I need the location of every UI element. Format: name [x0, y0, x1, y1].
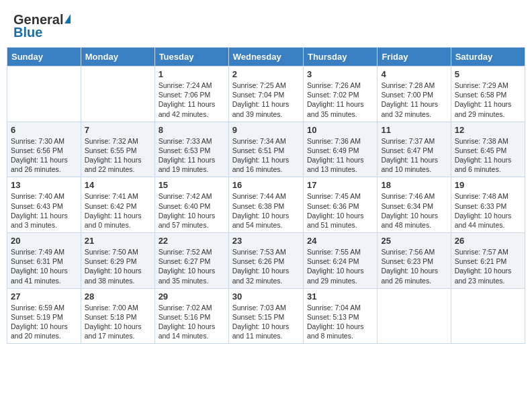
calendar-cell: [378, 288, 451, 344]
calendar-cell: 22Sunrise: 7:52 AMSunset: 6:27 PMDayligh…: [154, 233, 228, 289]
calendar-cell: 21Sunrise: 7:50 AMSunset: 6:29 PMDayligh…: [81, 233, 154, 289]
calendar-cell: 20Sunrise: 7:49 AMSunset: 6:31 PMDayligh…: [7, 233, 81, 289]
calendar-cell: 6Sunrise: 7:30 AMSunset: 6:56 PMDaylight…: [7, 122, 81, 177]
calendar-cell: 18Sunrise: 7:46 AMSunset: 6:34 PMDayligh…: [378, 177, 451, 233]
day-number: 19: [455, 180, 521, 190]
calendar-cell: 15Sunrise: 7:42 AMSunset: 6:40 PMDayligh…: [154, 177, 228, 233]
day-number: 25: [381, 236, 447, 246]
page-header: General Blue: [7, 7, 525, 43]
day-number: 26: [455, 236, 521, 246]
cell-text: Sunrise: 7:26 AMSunset: 7:02 PMDaylight:…: [307, 81, 373, 119]
cell-text: Sunrise: 7:37 AMSunset: 6:47 PMDaylight:…: [381, 136, 447, 175]
cell-text: Sunrise: 7:45 AMSunset: 6:36 PMDaylight:…: [307, 191, 373, 230]
calendar-cell: [81, 66, 154, 122]
col-header-saturday: Saturday: [451, 48, 525, 66]
day-number: 9: [232, 125, 300, 135]
day-number: 7: [85, 125, 151, 135]
calendar-cell: 9Sunrise: 7:34 AMSunset: 6:51 PMDaylight…: [228, 122, 303, 177]
cell-text: Sunrise: 7:44 AMSunset: 6:38 PMDaylight:…: [232, 191, 300, 230]
day-number: 27: [11, 291, 77, 302]
day-number: 23: [232, 236, 300, 246]
logo-triangle: [64, 14, 71, 24]
col-header-friday: Friday: [378, 48, 451, 66]
logo: General Blue: [13, 12, 71, 40]
cell-text: Sunrise: 7:50 AMSunset: 6:29 PMDaylight:…: [85, 247, 151, 285]
day-number: 20: [11, 236, 77, 246]
calendar-cell: 23Sunrise: 7:53 AMSunset: 6:26 PMDayligh…: [228, 233, 303, 289]
calendar-cell: 24Sunrise: 7:55 AMSunset: 6:24 PMDayligh…: [303, 233, 377, 289]
day-number: 5: [455, 69, 521, 79]
cell-text: Sunrise: 7:55 AMSunset: 6:24 PMDaylight:…: [307, 247, 373, 285]
cell-text: Sunrise: 7:38 AMSunset: 6:45 PMDaylight:…: [455, 136, 521, 175]
calendar-week-2: 6Sunrise: 7:30 AMSunset: 6:56 PMDaylight…: [7, 122, 525, 177]
cell-text: Sunrise: 7:36 AMSunset: 6:49 PMDaylight:…: [307, 136, 373, 175]
calendar-cell: 29Sunrise: 7:02 AMSunset: 5:16 PMDayligh…: [154, 288, 228, 344]
day-number: 6: [11, 125, 77, 135]
day-number: 15: [159, 180, 225, 190]
day-number: 10: [307, 125, 373, 135]
calendar-cell: 27Sunrise: 6:59 AMSunset: 5:19 PMDayligh…: [7, 288, 81, 344]
cell-text: Sunrise: 7:04 AMSunset: 5:13 PMDaylight:…: [307, 303, 373, 341]
day-number: 24: [307, 236, 373, 246]
day-number: 4: [381, 69, 447, 79]
calendar-cell: 25Sunrise: 7:56 AMSunset: 6:23 PMDayligh…: [378, 233, 451, 289]
day-number: 14: [85, 180, 151, 190]
calendar-cell: 4Sunrise: 7:28 AMSunset: 7:00 PMDaylight…: [378, 66, 451, 122]
col-header-wednesday: Wednesday: [228, 48, 303, 66]
day-number: 11: [381, 125, 447, 135]
cell-text: Sunrise: 7:03 AMSunset: 5:15 PMDaylight:…: [232, 303, 300, 341]
cell-text: Sunrise: 7:24 AMSunset: 7:06 PMDaylight:…: [159, 81, 225, 119]
calendar-cell: 2Sunrise: 7:25 AMSunset: 7:04 PMDaylight…: [228, 66, 303, 122]
calendar-week-4: 20Sunrise: 7:49 AMSunset: 6:31 PMDayligh…: [7, 233, 525, 289]
calendar-cell: 11Sunrise: 7:37 AMSunset: 6:47 PMDayligh…: [378, 122, 451, 177]
cell-text: Sunrise: 7:48 AMSunset: 6:33 PMDaylight:…: [455, 191, 521, 230]
cell-text: Sunrise: 7:25 AMSunset: 7:04 PMDaylight:…: [232, 81, 300, 119]
cell-text: Sunrise: 7:40 AMSunset: 6:43 PMDaylight:…: [11, 191, 77, 230]
calendar-cell: 7Sunrise: 7:32 AMSunset: 6:55 PMDaylight…: [81, 122, 154, 177]
day-number: 22: [159, 236, 225, 246]
day-number: 12: [455, 125, 521, 135]
cell-text: Sunrise: 7:32 AMSunset: 6:55 PMDaylight:…: [85, 136, 151, 175]
calendar-cell: 17Sunrise: 7:45 AMSunset: 6:36 PMDayligh…: [303, 177, 377, 233]
logo-blue: Blue: [13, 25, 42, 40]
calendar-header-row: SundayMondayTuesdayWednesdayThursdayFrid…: [7, 48, 525, 66]
calendar-cell: 31Sunrise: 7:04 AMSunset: 5:13 PMDayligh…: [303, 288, 377, 344]
cell-text: Sunrise: 7:52 AMSunset: 6:27 PMDaylight:…: [159, 247, 225, 285]
col-header-tuesday: Tuesday: [154, 48, 228, 66]
cell-text: Sunrise: 7:30 AMSunset: 6:56 PMDaylight:…: [11, 136, 77, 175]
day-number: 3: [307, 69, 373, 79]
cell-text: Sunrise: 7:49 AMSunset: 6:31 PMDaylight:…: [11, 247, 77, 285]
calendar-cell: 8Sunrise: 7:33 AMSunset: 6:53 PMDaylight…: [154, 122, 228, 177]
cell-text: Sunrise: 7:29 AMSunset: 6:58 PMDaylight:…: [455, 81, 521, 119]
calendar-cell: 10Sunrise: 7:36 AMSunset: 6:49 PMDayligh…: [303, 122, 377, 177]
day-number: 29: [159, 291, 225, 302]
day-number: 2: [232, 69, 300, 79]
cell-text: Sunrise: 7:28 AMSunset: 7:00 PMDaylight:…: [381, 81, 447, 119]
cell-text: Sunrise: 7:46 AMSunset: 6:34 PMDaylight:…: [381, 191, 447, 230]
cell-text: Sunrise: 7:33 AMSunset: 6:53 PMDaylight:…: [159, 136, 225, 175]
calendar-table: SundayMondayTuesdayWednesdayThursdayFrid…: [7, 47, 525, 344]
cell-text: Sunrise: 6:59 AMSunset: 5:19 PMDaylight:…: [11, 303, 77, 341]
day-number: 1: [159, 69, 225, 79]
calendar-cell: 28Sunrise: 7:00 AMSunset: 5:18 PMDayligh…: [81, 288, 154, 344]
day-number: 28: [85, 291, 151, 302]
calendar-cell: 19Sunrise: 7:48 AMSunset: 6:33 PMDayligh…: [451, 177, 525, 233]
calendar-cell: 1Sunrise: 7:24 AMSunset: 7:06 PMDaylight…: [154, 66, 228, 122]
day-number: 31: [307, 291, 373, 302]
day-number: 18: [381, 180, 447, 190]
col-header-thursday: Thursday: [303, 48, 377, 66]
day-number: 16: [232, 180, 300, 190]
day-number: 13: [11, 180, 77, 190]
col-header-monday: Monday: [81, 48, 154, 66]
calendar-cell: [451, 288, 525, 344]
day-number: 21: [85, 236, 151, 246]
calendar-cell: 30Sunrise: 7:03 AMSunset: 5:15 PMDayligh…: [228, 288, 303, 344]
cell-text: Sunrise: 7:00 AMSunset: 5:18 PMDaylight:…: [85, 303, 151, 341]
calendar-cell: 16Sunrise: 7:44 AMSunset: 6:38 PMDayligh…: [228, 177, 303, 233]
calendar-cell: 14Sunrise: 7:41 AMSunset: 6:42 PMDayligh…: [81, 177, 154, 233]
calendar-cell: 5Sunrise: 7:29 AMSunset: 6:58 PMDaylight…: [451, 66, 525, 122]
cell-text: Sunrise: 7:57 AMSunset: 6:21 PMDaylight:…: [455, 247, 521, 285]
calendar-week-1: 1Sunrise: 7:24 AMSunset: 7:06 PMDaylight…: [7, 66, 525, 122]
calendar-cell: 26Sunrise: 7:57 AMSunset: 6:21 PMDayligh…: [451, 233, 525, 289]
calendar-cell: [7, 66, 81, 122]
